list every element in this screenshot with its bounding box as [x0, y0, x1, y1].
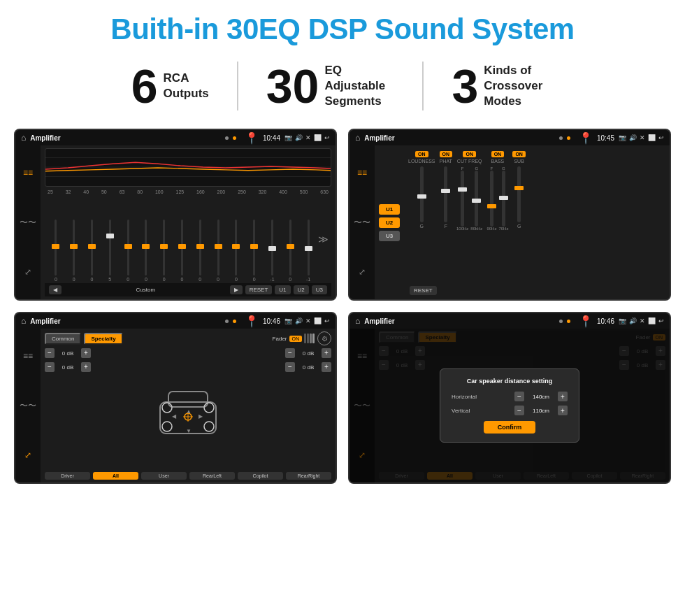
bass-slider-f[interactable]	[490, 171, 493, 227]
reset-button[interactable]: RESET	[245, 285, 273, 294]
eq-slider-7[interactable]: 0	[156, 220, 173, 282]
horizontal-plus-button[interactable]: +	[558, 392, 568, 401]
db-row-rr: − 0 dB +	[285, 362, 331, 372]
db-fl-plus[interactable]: +	[81, 348, 91, 358]
all-button[interactable]: All	[93, 472, 138, 480]
db-row-rl: − 0 dB +	[45, 362, 91, 372]
eq-slider-10[interactable]: 0	[210, 220, 226, 282]
screen2-body: ≡≡ 〜〜 ⤢ U1 U2 U3 ON LOUDNESS	[349, 145, 670, 299]
bass-ctrl: ON BASS F 90Hz G	[486, 151, 508, 231]
db-rr-minus[interactable]: −	[285, 362, 295, 372]
eq-slider-9[interactable]: 0	[192, 220, 208, 282]
user-button[interactable]: User	[141, 472, 187, 480]
confirm-button[interactable]: Confirm	[484, 421, 536, 434]
more-icon[interactable]: ≫	[318, 234, 329, 245]
stat-rca-number: 6	[131, 62, 158, 110]
svg-text:▶: ▶	[199, 413, 203, 420]
status-icons-1: 📷 🔊 ✕ ⬜ ↩	[284, 134, 330, 141]
eq-slider-13[interactable]: -1	[264, 220, 281, 282]
wave-icon-1[interactable]: 〜〜	[20, 218, 36, 227]
car-diagram: ◀ ▶ ▲ ▼	[95, 348, 281, 469]
db-rr-plus[interactable]: +	[322, 362, 331, 372]
dialog-title: Car speaker distance setting	[452, 378, 568, 385]
copilot-button[interactable]: Copilot	[238, 472, 283, 480]
cutfreq-slider-g[interactable]	[475, 171, 478, 227]
home-icon-3: ⌂	[21, 316, 26, 326]
eq-slider-8[interactable]: 0	[174, 220, 191, 282]
eq-slider-5[interactable]: 0	[120, 220, 136, 282]
u1-preset-button[interactable]: U1	[379, 204, 400, 215]
u2-preset-button[interactable]: U2	[379, 217, 400, 228]
db-controls-right: − 0 dB + − 0 dB +	[285, 348, 331, 469]
settings-circle-icon[interactable]: ⚙	[317, 331, 331, 345]
db-fr-minus[interactable]: −	[285, 348, 295, 358]
status-icons-3: 📷 🔊 ✕ ⬜ ↩	[284, 317, 330, 324]
u3-preset-button[interactable]: U3	[379, 231, 400, 241]
eq-slider-6[interactable]: 0	[138, 220, 154, 282]
bass-label: BASS	[491, 159, 505, 164]
loudness-on: ON	[415, 151, 428, 157]
specialty-tab[interactable]: Specialty	[84, 333, 122, 345]
status-dot-5	[225, 320, 229, 323]
status-dot-3	[559, 136, 563, 140]
vertical-minus-button[interactable]: −	[514, 406, 524, 415]
play-button[interactable]: ▶	[230, 285, 243, 294]
dialog-vertical-label: Vertical	[452, 408, 470, 414]
stat-eq-number: 30	[266, 62, 319, 110]
rearleft-button[interactable]: RearLeft	[189, 472, 235, 480]
eq-slider-14[interactable]: 0	[282, 220, 298, 282]
u2-button[interactable]: U2	[294, 285, 309, 294]
horizontal-minus-button[interactable]: −	[514, 392, 524, 401]
eq-icon-1[interactable]: ≡≡	[23, 169, 33, 177]
eq-slider-15[interactable]: -1	[300, 220, 317, 282]
speaker-main: Common Specialty Fader ON ⚙	[41, 329, 336, 482]
location-icon-3: 📍	[245, 315, 259, 328]
wave-icon-2[interactable]: 〜〜	[354, 218, 370, 227]
wave-icon-3[interactable]: 〜〜	[20, 401, 36, 410]
eq-slider-3[interactable]: 0	[84, 220, 101, 282]
u1-button[interactable]: U1	[275, 285, 290, 294]
phat-slider[interactable]	[444, 166, 447, 222]
speaker-diagram-section: − 0 dB + − 0 dB +	[45, 348, 331, 469]
eq-icon-3[interactable]: ≡≡	[23, 352, 33, 360]
u3-button[interactable]: U3	[312, 285, 327, 294]
prev-button[interactable]: ◀	[49, 285, 62, 294]
db-controls-left: − 0 dB + − 0 dB +	[45, 348, 91, 469]
db-fl-minus[interactable]: −	[45, 348, 55, 358]
phat-on: ON	[440, 151, 453, 157]
reset-button-2[interactable]: RESET	[410, 286, 437, 295]
cutfreq-slider-f[interactable]	[461, 171, 464, 227]
sub-slider[interactable]	[517, 166, 521, 222]
eq-slider-11[interactable]: 0	[228, 220, 245, 282]
vertical-plus-button[interactable]: +	[558, 406, 568, 415]
screen4-title: Amplifier	[364, 317, 555, 325]
bass-on: ON	[491, 151, 505, 157]
preset-label: Custom	[64, 287, 227, 293]
db-rl-plus[interactable]: +	[81, 362, 91, 372]
rearright-button[interactable]: RearRight	[286, 472, 331, 480]
eq-slider-4[interactable]: 5	[101, 220, 118, 282]
eq-slider-2[interactable]: 0	[66, 220, 82, 282]
stat-crossover: 3 Kinds of Crossover Modes	[424, 62, 582, 110]
car-svg: ◀ ▶ ▲ ▼	[153, 381, 223, 437]
db-fr-value: 0 dB	[298, 350, 319, 357]
fader-slider[interactable]	[304, 334, 315, 343]
arrows-icon-2[interactable]: ⤢	[359, 268, 366, 276]
common-tab[interactable]: Common	[45, 333, 81, 345]
cutfreq-label: CUT FREQ	[457, 159, 482, 164]
eq-icon-2[interactable]: ≡≡	[357, 169, 367, 177]
dialog-horizontal-controls: − 140cm +	[514, 392, 568, 401]
loudness-label: LOUDNESS	[408, 159, 435, 164]
arrows-icon-3[interactable]: ⤢	[24, 451, 31, 459]
arrows-icon-1[interactable]: ⤢	[24, 268, 31, 276]
bass-slider-g[interactable]	[502, 171, 505, 227]
eq-slider-1[interactable]: 0	[48, 220, 64, 282]
location-icon-4: 📍	[579, 315, 593, 328]
driver-button[interactable]: Driver	[45, 472, 90, 480]
eq-slider-12[interactable]: 0	[246, 220, 263, 282]
horizontal-value: 140cm	[527, 394, 555, 400]
screen3-time: 10:46	[263, 317, 280, 325]
db-rl-minus[interactable]: −	[45, 362, 55, 372]
loudness-slider[interactable]	[420, 166, 424, 222]
db-fr-plus[interactable]: +	[322, 348, 331, 358]
